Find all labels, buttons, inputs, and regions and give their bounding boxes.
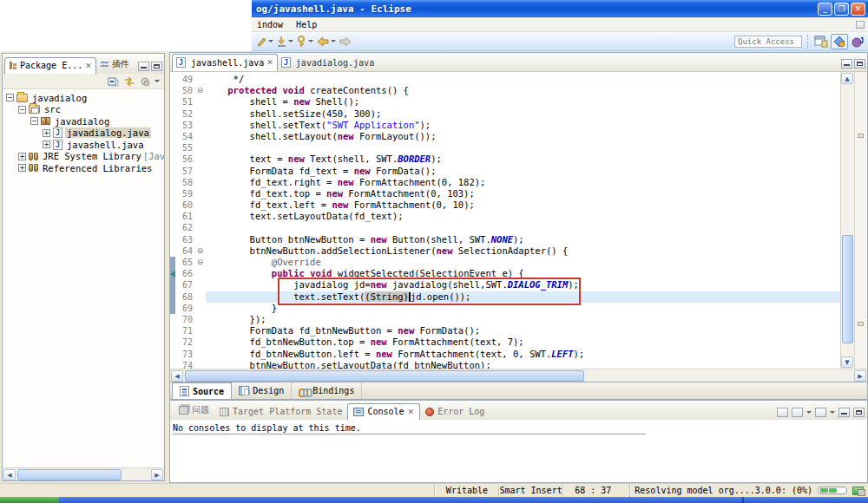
status-progress[interactable]: Resolving model org....3.0.0: (0%) bbox=[629, 485, 868, 497]
close-icon[interactable]: ✕ bbox=[85, 62, 92, 70]
view-menu-icon[interactable] bbox=[155, 80, 160, 82]
menu-item-1[interactable]: Help bbox=[296, 20, 317, 29]
code-line-62[interactable]: 62 bbox=[170, 222, 840, 233]
minimize-editor-button[interactable] bbox=[841, 59, 852, 69]
chevron-down-icon[interactable] bbox=[806, 411, 812, 414]
code-line-49[interactable]: 49 */ bbox=[170, 74, 840, 85]
code-line-59[interactable]: 59 fd_text.top = new FormAttachment(0, 1… bbox=[170, 188, 840, 199]
tree-expander-minus-icon[interactable]: − bbox=[30, 117, 38, 125]
package-explorer-hscrollbar[interactable]: ◀ ▶ bbox=[3, 467, 164, 480]
fold-collapse-icon[interactable]: ⊖ bbox=[194, 245, 206, 257]
restore-window-button[interactable]: ❐ bbox=[834, 3, 849, 16]
minimize-console-button[interactable] bbox=[838, 408, 850, 417]
tree-expander-minus-icon[interactable]: − bbox=[6, 94, 14, 101]
back-button[interactable] bbox=[316, 36, 336, 47]
tree-item[interactable]: +Jjavadialog.java bbox=[6, 127, 164, 140]
tree-item[interactable]: −src bbox=[6, 104, 164, 116]
tree-expander-minus-icon[interactable]: − bbox=[18, 106, 26, 114]
display-console-icon[interactable] bbox=[792, 408, 803, 417]
code-line-51[interactable]: 51 shell = new Shell(); bbox=[170, 96, 840, 108]
code-line-69[interactable]: 69 } bbox=[170, 303, 840, 314]
code-line-73[interactable]: 73 fd_btnNewButton.left = new FormAttach… bbox=[170, 349, 840, 360]
close-icon[interactable]: ✕ bbox=[266, 58, 273, 67]
subtab-source[interactable]: Source bbox=[172, 382, 232, 399]
collapse-all-icon[interactable] bbox=[108, 76, 119, 87]
console-tab-console[interactable]: Console✕ bbox=[347, 403, 420, 420]
maximize-view-button[interactable] bbox=[151, 62, 162, 71]
menu-item-0[interactable]: indow bbox=[257, 20, 283, 29]
java-perspective-button[interactable]: J bbox=[851, 36, 865, 48]
editor-vscrollbar[interactable]: ▲ ▼ bbox=[840, 72, 854, 369]
subtab-bindings[interactable]: Bindings bbox=[292, 382, 362, 399]
code-line-71[interactable]: 71 FormData fd_btnNewButton = new FormDa… bbox=[170, 325, 840, 336]
code-line-54[interactable]: 54 shell.setLayout(new FormLayout()); bbox=[170, 131, 840, 142]
toolbar-pin-icon[interactable] bbox=[856, 21, 865, 29]
tree-expander-plus-icon[interactable]: + bbox=[43, 140, 50, 148]
scroll-right-icon[interactable]: ▶ bbox=[151, 469, 163, 480]
code-line-72[interactable]: 72 fd_btnNewButton.top = new FormAttachm… bbox=[170, 336, 840, 348]
tree-expander-plus-icon[interactable]: + bbox=[18, 164, 26, 172]
tab-package-explorer[interactable]: Package E... ✕ bbox=[4, 57, 96, 74]
editor-tab-javadialog.java[interactable]: Jjavadialog.java bbox=[278, 55, 378, 71]
editor-body[interactable]: 49 */50⊖ protected void createContents()… bbox=[170, 72, 867, 369]
code-line-70[interactable]: 70 }); bbox=[170, 314, 840, 325]
code-line-66[interactable]: 66 public void widgetSelected(SelectionE… bbox=[170, 268, 840, 279]
taskbar-strip[interactable] bbox=[59, 497, 868, 503]
last-edit-location-button[interactable] bbox=[296, 36, 313, 48]
close-window-button[interactable]: ✕ bbox=[851, 3, 865, 16]
tree-item[interactable]: +JRE System Library [JavaSE-1. bbox=[6, 151, 164, 163]
code-line-65[interactable]: 65⊖ @Override bbox=[170, 257, 840, 268]
code-line-53[interactable]: 53 shell.setText("SWT Application"); bbox=[170, 120, 840, 131]
tree-item[interactable]: +Referenced Libraries bbox=[6, 162, 164, 174]
chevron-down-icon[interactable] bbox=[830, 411, 835, 414]
scroll-left-icon[interactable]: ◀ bbox=[171, 370, 183, 382]
open-console-icon[interactable] bbox=[777, 408, 788, 417]
scroll-down-icon[interactable]: ▼ bbox=[841, 356, 853, 368]
code-line-63[interactable]: 63 Button btnNewButton = new Button(shel… bbox=[170, 234, 840, 245]
code-viewport[interactable]: 49 */50⊖ protected void createContents()… bbox=[170, 74, 840, 369]
tree-expander-plus-icon[interactable]: + bbox=[43, 129, 50, 137]
tree-expander-plus-icon[interactable]: + bbox=[18, 153, 26, 160]
scroll-up-icon[interactable]: ▲ bbox=[841, 73, 853, 84]
console-tab-target[interactable]: Target Platform State bbox=[214, 404, 347, 420]
code-line-52[interactable]: 52 shell.setSize(450, 300); bbox=[170, 108, 840, 120]
code-line-68[interactable]: 68 text.setText((String)jd.open()); bbox=[170, 291, 840, 303]
minimize-window-button[interactable]: _ bbox=[818, 3, 832, 16]
background-jobs-icon[interactable] bbox=[852, 487, 864, 495]
code-line-61[interactable]: 61 text.setLayoutData(fd_text); bbox=[170, 211, 840, 222]
tree-item[interactable]: −javadialog bbox=[6, 115, 164, 127]
hscroll-thumb[interactable] bbox=[185, 370, 584, 382]
hscroll-thumb[interactable] bbox=[17, 469, 122, 480]
code-line-67[interactable]: 67 javadialog jd=new javadialog(shell,SW… bbox=[170, 279, 840, 291]
code-line-58[interactable]: 58 fd_text.right = new FormAttachment(0,… bbox=[170, 177, 840, 188]
console-content[interactable]: No consoles to display at this time. bbox=[170, 420, 867, 482]
code-line-56[interactable]: 56 text = new Text(shell, SWT.BORDER); bbox=[170, 154, 840, 165]
tab-plugins[interactable]: 插件 bbox=[96, 56, 133, 74]
windowbuilder-perspective-button[interactable] bbox=[831, 34, 848, 49]
vscroll-thumb[interactable] bbox=[842, 235, 853, 343]
open-perspective-button[interactable] bbox=[814, 35, 828, 48]
new-wizard-button[interactable] bbox=[255, 36, 273, 48]
taskbar-start-fragment[interactable] bbox=[0, 497, 59, 503]
quick-access-input[interactable] bbox=[734, 36, 802, 48]
maximize-editor-button[interactable] bbox=[854, 59, 865, 69]
code-line-74[interactable]: 74 btnNewButton.setLayoutData(fd_btnNewB… bbox=[170, 360, 840, 369]
tree-item[interactable]: +Jjavashell.java bbox=[6, 139, 164, 151]
forward-button[interactable] bbox=[339, 36, 352, 47]
subtab-design[interactable]: Design bbox=[232, 382, 292, 399]
new-console-icon[interactable] bbox=[815, 408, 826, 417]
overview-ruler[interactable] bbox=[854, 72, 867, 369]
code-line-60[interactable]: 60 fd_text.left = new FormAttachment(0, … bbox=[170, 199, 840, 211]
scroll-right-icon[interactable]: ▶ bbox=[854, 370, 866, 382]
title-bar[interactable]: og/javashell.java - Eclipse _ ❐ ✕ bbox=[252, 0, 868, 17]
filters-icon[interactable] bbox=[140, 76, 150, 87]
console-tab-errorlog[interactable]: Error Log bbox=[420, 404, 490, 420]
console-tab-problems[interactable]: 问题 bbox=[174, 402, 214, 420]
maximize-console-button[interactable] bbox=[853, 408, 865, 417]
minimize-view-button[interactable] bbox=[138, 62, 149, 71]
editor-tab-javashell.java[interactable]: Jjavashell.java✕ bbox=[172, 54, 278, 71]
close-icon[interactable]: ✕ bbox=[408, 408, 415, 416]
overview-marker[interactable] bbox=[858, 134, 864, 138]
tree-item[interactable]: −javadialog bbox=[6, 92, 164, 104]
fold-collapse-icon[interactable]: ⊖ bbox=[194, 85, 206, 96]
